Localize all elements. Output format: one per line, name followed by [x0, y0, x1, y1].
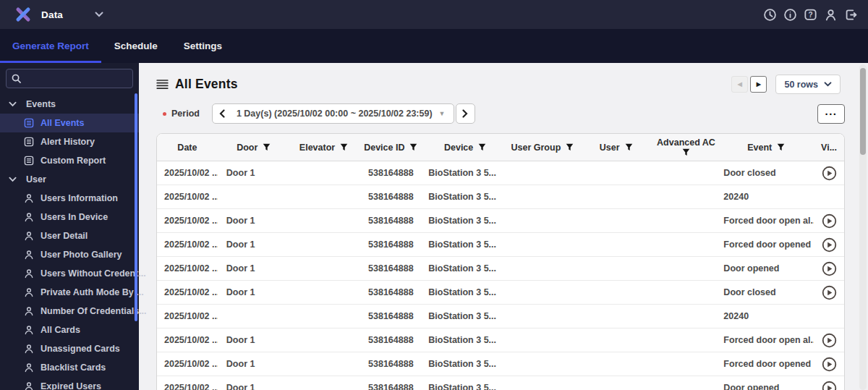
filter-icon[interactable]	[340, 143, 348, 151]
period-next-button[interactable]	[456, 103, 475, 124]
sidebar-section-user[interactable]: User	[0, 170, 139, 189]
cell-device: BioStation 3 5...	[424, 239, 506, 250]
table-row[interactable]: 2025/10/02 ...Door 1538164888BioStation …	[157, 352, 844, 376]
table-body: 2025/10/02 ...Door 1538164888BioStation …	[157, 161, 844, 390]
chevron-down-icon	[9, 101, 17, 107]
filter-icon[interactable]	[625, 143, 633, 151]
table-row[interactable]: 2025/10/02 ...Door 1538164888BioStation …	[157, 233, 844, 257]
search-input[interactable]	[25, 74, 127, 84]
table-row[interactable]: 2025/10/02 ...538164888BioStation 3 5...…	[157, 185, 844, 209]
play-video-button[interactable]	[814, 261, 844, 276]
filter-icon[interactable]	[478, 143, 486, 151]
sidebar-item-all-cards[interactable]: All Cards	[0, 321, 139, 339]
play-video-button[interactable]	[814, 213, 844, 229]
sidebar-item-label: User Detail	[41, 231, 88, 241]
play-video-button[interactable]	[814, 166, 844, 181]
column-header-device[interactable]: Device	[424, 143, 506, 153]
sidebar-item-label: Users In Device	[41, 212, 108, 222]
column-label: Device ID	[364, 143, 404, 153]
column-header-user[interactable]: User	[579, 143, 654, 153]
play-video-button[interactable]	[814, 333, 844, 348]
sidebar-item-number-of-credentials[interactable]: Number Of Credentials...	[0, 302, 139, 321]
list-icon	[156, 79, 169, 90]
table-row[interactable]: 2025/10/02 ...Door 1538164888BioStation …	[157, 257, 844, 281]
help-icon[interactable]: ?	[804, 8, 817, 22]
sidebar-item-users-without-credent[interactable]: Users Without Credent...	[0, 264, 139, 283]
cell-door: Door 1	[218, 383, 290, 390]
cell-device_id: 538164888	[357, 263, 424, 274]
table-row[interactable]: 2025/10/02 ...Door 1538164888BioStation …	[157, 376, 844, 390]
sidebar-item-all-events[interactable]: All Events	[0, 114, 139, 132]
main-scrollbar-thumb[interactable]	[860, 68, 866, 155]
prev-page-button[interactable]: ◀	[731, 76, 748, 93]
sidebar-item-private-auth-mode-by[interactable]: Private Auth Mode By ...	[0, 283, 139, 302]
column-header-elevator[interactable]: Elevator	[290, 143, 358, 153]
filter-icon[interactable]	[682, 148, 690, 156]
sidebar-item-unassigned-cards[interactable]: Unassigned Cards	[0, 339, 139, 358]
table-row[interactable]: 2025/10/02 ...Door 1538164888BioStation …	[157, 328, 844, 352]
sidebar-item-user-photo-gallery[interactable]: User Photo Gallery	[0, 245, 139, 264]
sidebar-section-events[interactable]: Events	[0, 95, 139, 114]
tab-schedule[interactable]: Schedule	[101, 29, 171, 63]
column-header-event[interactable]: Event	[718, 143, 814, 153]
next-page-button[interactable]: ▶	[750, 76, 767, 93]
sidebar-item-expired-users[interactable]: Expired Users	[0, 377, 139, 390]
sidebar-item-blacklist-cards[interactable]: Blacklist Cards	[0, 358, 139, 377]
cell-device: BioStation 3 5...	[424, 287, 506, 297]
filter-icon[interactable]	[409, 143, 417, 151]
logout-icon[interactable]	[844, 8, 858, 22]
cell-date: 2025/10/02 ...	[157, 383, 218, 390]
play-video-button[interactable]	[814, 237, 844, 253]
report-icon	[24, 118, 34, 128]
column-header-door[interactable]: Door	[218, 143, 290, 153]
tab-settings[interactable]: Settings	[171, 29, 235, 63]
cell-device_id: 538164888	[357, 287, 424, 297]
play-video-button[interactable]	[814, 285, 844, 300]
filter-icon[interactable]	[777, 143, 785, 151]
person-icon	[24, 231, 34, 241]
cell-event: Forced door open al...	[718, 335, 814, 345]
rows-per-page-select[interactable]: 50 rows	[775, 75, 841, 94]
cell-door: Door 1	[218, 359, 290, 369]
column-header-user-group[interactable]: User Group	[506, 143, 579, 153]
sidebar-scrollbar-thumb[interactable]	[135, 93, 137, 321]
column-header-device-id[interactable]: Device ID	[357, 143, 424, 153]
column-header-vi[interactable]: Vi...	[814, 143, 844, 153]
period-prev-icon[interactable]	[213, 104, 232, 123]
main-scrollbar-track	[859, 64, 867, 390]
tab-generate-report[interactable]: Generate Report	[0, 29, 101, 63]
sidebar-item-custom-report[interactable]: Custom Report	[0, 151, 139, 170]
account-icon[interactable]	[824, 8, 838, 22]
play-video-button[interactable]	[814, 357, 844, 372]
more-options-button[interactable]: ...	[817, 104, 845, 124]
cell-date: 2025/10/02 ...	[157, 287, 218, 297]
clock-icon[interactable]	[763, 8, 777, 22]
period-selector[interactable]: 1 Day(s) (2025/10/02 00:00 ~ 2025/10/02 …	[212, 103, 454, 124]
cell-date: 2025/10/02 ...	[157, 239, 218, 250]
main-content: All Events ◀ ▶ 50 rows Period	[139, 63, 868, 390]
column-label: Advanced AC	[657, 138, 715, 148]
sidebar-item-alert-history[interactable]: Alert History	[0, 132, 139, 151]
table-row[interactable]: 2025/10/02 ...538164888BioStation 3 5...…	[157, 305, 844, 328]
play-video-button[interactable]	[814, 381, 844, 390]
cell-device_id: 538164888	[357, 359, 424, 369]
sidebar-search-box	[6, 69, 133, 88]
cell-door: Door 1	[218, 239, 290, 250]
table-row[interactable]: 2025/10/02 ...Door 1538164888BioStation …	[157, 209, 844, 233]
table-row[interactable]: 2025/10/02 ...Door 1538164888BioStation …	[157, 281, 844, 305]
person-icon	[24, 250, 34, 260]
filter-icon[interactable]	[263, 143, 271, 151]
info-icon[interactable]	[783, 8, 797, 22]
chevron-down-icon	[95, 12, 103, 17]
table-row[interactable]: 2025/10/02 ...Door 1538164888BioStation …	[157, 161, 844, 185]
column-header-date[interactable]: Date	[157, 143, 218, 153]
sidebar-item-user-detail[interactable]: User Detail	[0, 226, 139, 245]
filter-icon[interactable]	[566, 143, 574, 151]
sidebar-item-users-in-device[interactable]: Users In Device	[0, 208, 139, 226]
column-header-advanced-ac[interactable]: Advanced AC	[654, 138, 719, 157]
column-label: Elevator	[299, 143, 335, 153]
cell-date: 2025/10/02 ...	[157, 168, 218, 178]
app-switcher[interactable]: Data	[32, 9, 103, 20]
sidebar-item-users-information[interactable]: Users Information	[0, 189, 139, 208]
cell-event: Forced door opened	[718, 359, 814, 369]
